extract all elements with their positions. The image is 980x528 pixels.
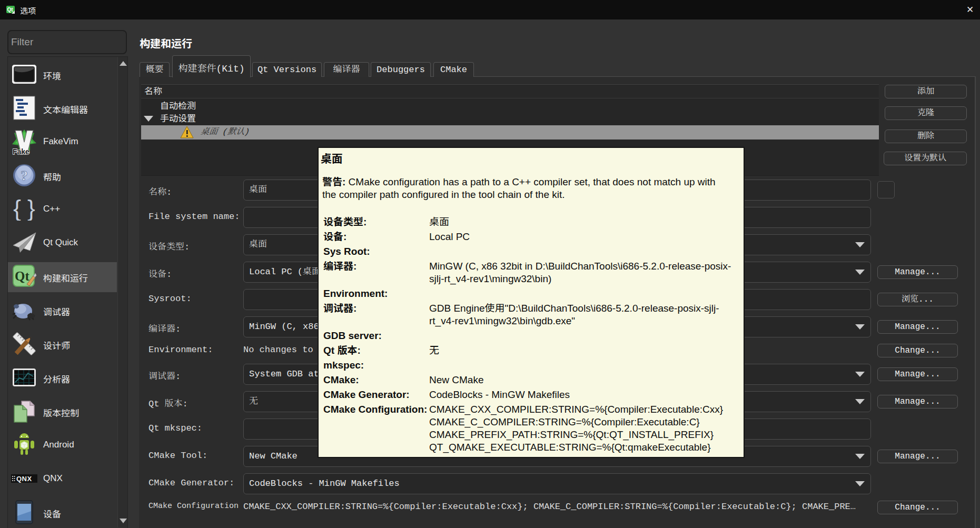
svg-text:?: ?	[21, 167, 28, 184]
svg-text:Qt: Qt	[7, 7, 13, 13]
svg-text:{ }: { }	[13, 197, 35, 221]
svg-text:Fake: Fake	[13, 147, 29, 155]
svg-text:Qt: Qt	[15, 269, 29, 283]
svg-text:QNX: QNX	[16, 475, 32, 483]
